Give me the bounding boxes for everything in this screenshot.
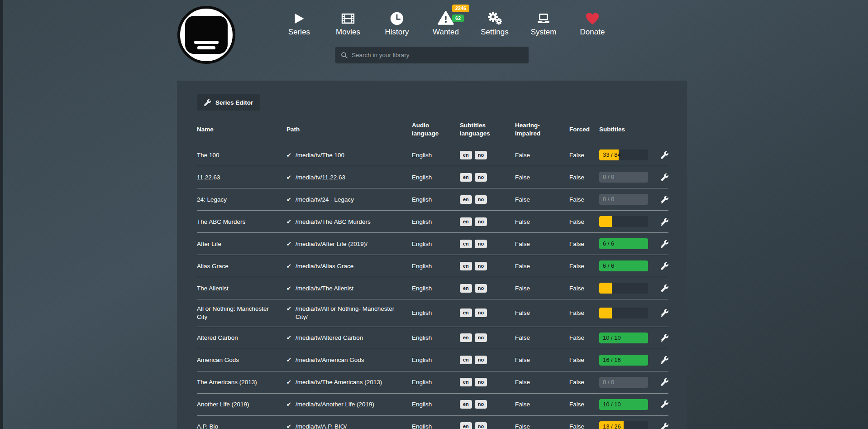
audio-language: English	[412, 240, 460, 248]
check-icon: ✔	[286, 356, 291, 364]
header-hearing-impaired: Hearing-impaired	[515, 121, 569, 138]
series-name[interactable]: 11.22.63	[197, 174, 286, 182]
language-badge: en	[460, 356, 472, 364]
audio-language: English	[412, 218, 460, 226]
row-wrench-icon[interactable]	[661, 356, 668, 364]
bazarr-logo[interactable]	[177, 6, 235, 64]
wanted-movies-count-badge: 62	[452, 14, 464, 22]
series-path: /media/tv/Another Life (2019)	[296, 400, 374, 409]
hearing-impaired-value: False	[515, 378, 569, 386]
series-name[interactable]: All or Nothing: Manchester City	[197, 305, 286, 321]
forced-value: False	[569, 400, 599, 409]
nav-wanted[interactable]: Wanted 2246 62	[427, 6, 464, 37]
check-icon: ✔	[286, 284, 291, 293]
table-row: The 100 ✔ /media/tv/The 100 English enno…	[197, 144, 668, 166]
wrench-icon	[204, 99, 211, 106]
nav-system[interactable]: System	[525, 6, 562, 37]
row-wrench-icon[interactable]	[661, 218, 668, 226]
series-name[interactable]: Alias Grace	[197, 262, 286, 270]
hearing-impaired-value: False	[515, 400, 569, 409]
language-badge: no	[475, 422, 487, 429]
nav-series-label: Series	[288, 28, 310, 37]
subtitles-progress-fill	[599, 216, 612, 227]
row-wrench-icon[interactable]	[661, 423, 668, 429]
subtitles-languages: enno	[460, 422, 515, 429]
subtitles-languages: enno	[460, 240, 515, 248]
row-wrench-icon[interactable]	[661, 378, 668, 386]
audio-language: English	[412, 309, 460, 317]
check-icon: ✔	[286, 334, 291, 342]
subtitles-progress-label: 10 / 10	[603, 399, 621, 410]
nav-donate[interactable]: Donate	[574, 6, 611, 37]
subtitles-languages: enno	[460, 151, 515, 159]
row-wrench-icon[interactable]	[661, 151, 668, 159]
series-editor-button[interactable]: Series Editor	[197, 94, 260, 111]
subtitles-progress-bar: 10 / 10	[599, 399, 648, 410]
series-path-cell: ✔ /media/tv/After Life (2019)/	[286, 240, 412, 248]
check-icon: ✔	[286, 262, 291, 270]
hearing-impaired-value: False	[515, 196, 569, 204]
audio-language: English	[412, 262, 460, 270]
header-audio-language: Audio language	[412, 121, 460, 138]
nav-history-label: History	[385, 28, 409, 37]
audio-language: English	[412, 174, 460, 182]
language-badge: no	[475, 356, 487, 364]
series-editor-label: Series Editor	[215, 99, 253, 106]
header-subtitles: Subtitles	[599, 125, 652, 134]
series-name[interactable]: The Americans (2013)	[197, 378, 286, 386]
language-badge: no	[475, 400, 487, 409]
series-name[interactable]: Altered Carbon	[197, 334, 286, 342]
table-row: 24: Legacy ✔ /media/tv/24 - Legacy Engli…	[197, 188, 668, 210]
row-wrench-icon[interactable]	[661, 284, 668, 292]
subtitles-languages: enno	[460, 195, 515, 204]
row-wrench-icon[interactable]	[661, 334, 668, 342]
series-name[interactable]: Another Life (2019)	[197, 400, 286, 409]
series-path: /media/tv/The Americans (2013)	[296, 378, 382, 386]
language-badge: no	[475, 240, 487, 248]
table-row: A.P. Bio ✔ /media/tv/A.P. BIO/ English e…	[197, 415, 668, 429]
series-name[interactable]: 24: Legacy	[197, 196, 286, 204]
hearing-impaired-value: False	[515, 309, 569, 317]
nav-movies[interactable]: Movies	[329, 6, 367, 37]
subtitles-languages: enno	[460, 284, 515, 293]
series-path-cell: ✔ /media/tv/A.P. BIO/	[286, 423, 412, 429]
series-path-cell: ✔ /media/tv/All or Nothing- Manchester C…	[286, 305, 412, 321]
series-name[interactable]: After Life	[197, 240, 286, 248]
subtitles-progress-fill	[599, 283, 612, 294]
series-name[interactable]: The ABC Murders	[197, 218, 286, 226]
subtitles-progress-bar	[599, 308, 648, 318]
series-name[interactable]: American Gods	[197, 356, 286, 364]
subtitles-languages: enno	[460, 333, 515, 342]
language-badge: en	[460, 173, 472, 182]
series-panel: Series Editor Name Path Audio language S…	[177, 81, 687, 429]
series-name[interactable]: A.P. Bio	[197, 423, 286, 429]
nav-series[interactable]: Series	[281, 6, 318, 37]
nav-system-label: System	[531, 28, 557, 37]
row-wrench-icon[interactable]	[661, 174, 668, 181]
search-input[interactable]	[352, 52, 524, 58]
subtitles-progress-label: 6 / 6	[603, 260, 614, 271]
row-wrench-icon[interactable]	[661, 196, 668, 203]
table-row: American Gods ✔ /media/tv/American Gods …	[197, 349, 668, 371]
row-wrench-icon[interactable]	[661, 309, 668, 317]
series-table: Name Path Audio language Subtitles langu…	[197, 111, 668, 429]
series-path-cell: ✔ /media/tv/The Alienist	[286, 284, 412, 293]
row-wrench-icon[interactable]	[661, 262, 668, 270]
series-path: /media/tv/Altered Carbon	[296, 334, 363, 342]
laptop-icon	[535, 6, 552, 26]
nav-history[interactable]: History	[378, 6, 415, 37]
language-badge: en	[460, 378, 472, 386]
audio-language: English	[412, 400, 460, 409]
series-name[interactable]: The 100	[197, 151, 286, 159]
subtitles-languages: enno	[460, 356, 515, 364]
series-name[interactable]: The Alienist	[197, 284, 286, 293]
row-wrench-icon[interactable]	[661, 240, 668, 248]
forced-value: False	[569, 356, 599, 364]
nav-settings[interactable]: Settings	[476, 6, 513, 37]
language-badge: en	[460, 240, 472, 248]
row-wrench-icon[interactable]	[661, 400, 668, 408]
series-path-cell: ✔ /media/tv/American Gods	[286, 356, 412, 364]
subtitles-progress-bar: 0 / 0	[599, 377, 648, 388]
forced-value: False	[569, 240, 599, 248]
wanted-badges: 2246 62	[452, 5, 469, 22]
